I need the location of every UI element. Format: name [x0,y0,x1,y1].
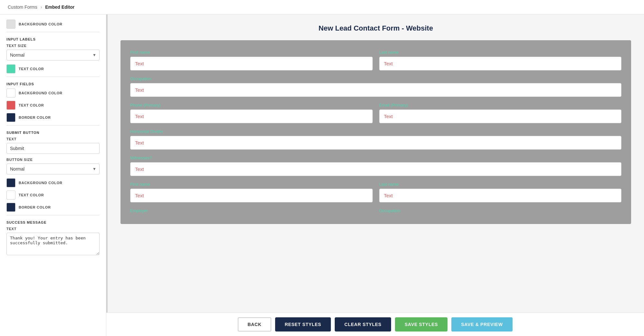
breadcrumb-separator: › [41,5,42,10]
input-text-color-label: TEXT COLOR [19,103,44,107]
save-styles-button[interactable]: SAVE STYLES [395,317,447,331]
label-text-color-row: TEXT COLOR [6,64,100,73]
btn-border-color-row: BORDER COLOR [6,203,100,212]
field-input-lastname-2[interactable]: Text [379,189,622,202]
input-bg-color-row: BACKGROUND COLOR [6,89,100,98]
field-input-divider[interactable]: Text [130,136,621,150]
form-group-firstname-2: First name Text [130,182,373,202]
success-message-header: SUCCESS MESSAGE [6,220,100,224]
btn-border-color-label: BORDER COLOR [19,205,51,209]
bg-color-swatch[interactable] [6,20,15,29]
btn-text-color-swatch[interactable] [6,191,15,200]
input-fields-header: INPUT FIELDS [6,82,100,86]
sidebar: BACKGROUND COLOR INPUT LABELS TEXT SIZE … [0,14,106,336]
form-row-3: Phone (Primary) Text Email (Primary) Tex… [130,103,621,123]
btn-bg-color-swatch[interactable] [6,178,15,187]
submit-text-input[interactable] [6,143,100,154]
form-group-witnesses: Witnesses? Text [130,155,621,176]
field-label-witnesses: Witnesses? [130,155,621,160]
form-group-phone: Phone (Primary) Text [130,103,373,123]
form-row-5: Witnesses? Text [130,155,621,176]
field-input-lastname-1[interactable]: Text [379,57,622,70]
field-label-lastname-2: Last name [379,182,622,187]
btn-text-color-row: TEXT COLOR [6,191,100,200]
breadcrumb: Custom Forms › Embed Editor [0,0,644,14]
form-row-6: First name Text Last name Text [130,182,621,202]
form-group-firstname-1: First name Text [130,50,373,70]
form-group-lastname-1: Last name Text [379,50,622,70]
input-labels-header: INPUT LABELS [6,37,100,41]
btn-border-color-swatch[interactable] [6,203,15,212]
text-size-label: TEXT SIZE [6,44,100,48]
field-label-divider: Horizontal Divider [130,129,621,134]
save-preview-button[interactable]: SAVE & PREVIEW [451,317,512,331]
reset-styles-button[interactable]: RESET STYLES [275,317,331,331]
field-label-employer: Employer [130,208,373,213]
form-preview: First name Text Last name Text Occupatio… [120,40,631,224]
success-text-label: TEXT [6,227,100,231]
back-button[interactable]: BACK [238,317,271,331]
form-group-lastname-2: Last name Text [379,182,622,202]
field-input-firstname-1[interactable]: Text [130,57,373,70]
form-group-divider: Horizontal Divider Text [130,129,621,150]
input-border-color-label: BORDER COLOR [19,116,51,119]
input-border-color-row: BORDER COLOR [6,113,100,122]
field-label-firstname-1: First name [130,50,373,55]
field-input-occupation-1[interactable]: Text [130,83,621,97]
field-input-witnesses[interactable]: Text [130,162,621,176]
field-input-email[interactable]: Text [379,109,622,123]
field-label-firstname-2: First name [130,182,373,187]
btn-text-color-label: TEXT COLOR [19,193,44,197]
label-text-color-swatch[interactable] [6,64,15,73]
field-label-lastname-1: Last name [379,50,622,55]
bg-color-row: BACKGROUND COLOR [6,20,100,29]
button-size-select[interactable]: Normal Small Large [6,163,100,174]
page-title: New Lead Contact Form - Website [120,24,631,33]
field-label-phone: Phone (Primary) [130,103,373,107]
clear-styles-button[interactable]: CLEAR STYLES [335,317,391,331]
input-text-color-row: TEXT COLOR [6,101,100,110]
form-row-7: Employer Occupation [130,208,621,215]
field-label-email: Email (Primary) [379,103,622,107]
btn-bg-color-row: BACKGROUND COLOR [6,178,100,187]
form-row-1: First name Text Last name Text [130,50,621,70]
form-group-occupation-1: Occupation Text [130,76,621,97]
form-group-occupation-2: Occupation [379,208,622,215]
submit-button-header: SUBMIT BUTTON [6,131,100,135]
input-bg-color-swatch[interactable] [6,89,15,98]
form-row-4: Horizontal Divider Text [130,129,621,150]
breadcrumb-parent[interactable]: Custom Forms [8,5,37,10]
field-label-occupation-2: Occupation [379,208,622,213]
form-row-2: Occupation Text [130,76,621,97]
field-label-occupation-1: Occupation [130,76,621,81]
content-area: New Lead Contact Form - Website First na… [108,14,644,336]
text-size-select[interactable]: Normal Small Large [6,50,100,61]
action-bar: BACK RESET STYLES CLEAR STYLES SAVE STYL… [106,313,644,336]
bg-color-label: BACKGROUND COLOR [19,22,62,26]
form-group-employer: Employer [130,208,373,215]
text-size-select-wrapper: Normal Small Large ▼ [6,50,100,61]
button-size-select-wrapper: Normal Small Large ▼ [6,163,100,174]
breadcrumb-current: Embed Editor [45,5,74,10]
input-border-color-swatch[interactable] [6,113,15,122]
input-text-color-swatch[interactable] [6,101,15,110]
label-text-color-label: TEXT COLOR [19,67,44,71]
field-input-phone[interactable]: Text [130,109,373,123]
success-text-textarea[interactable]: Thank you! Your entry has been successfu… [6,233,100,255]
form-group-email: Email (Primary) Text [379,103,622,123]
field-input-firstname-2[interactable]: Text [130,189,373,202]
input-bg-color-label: BACKGROUND COLOR [19,91,62,95]
submit-text-label: TEXT [6,137,100,141]
btn-bg-color-label: BACKGROUND COLOR [19,181,62,185]
button-size-label: BUTTON SIZE [6,158,100,162]
